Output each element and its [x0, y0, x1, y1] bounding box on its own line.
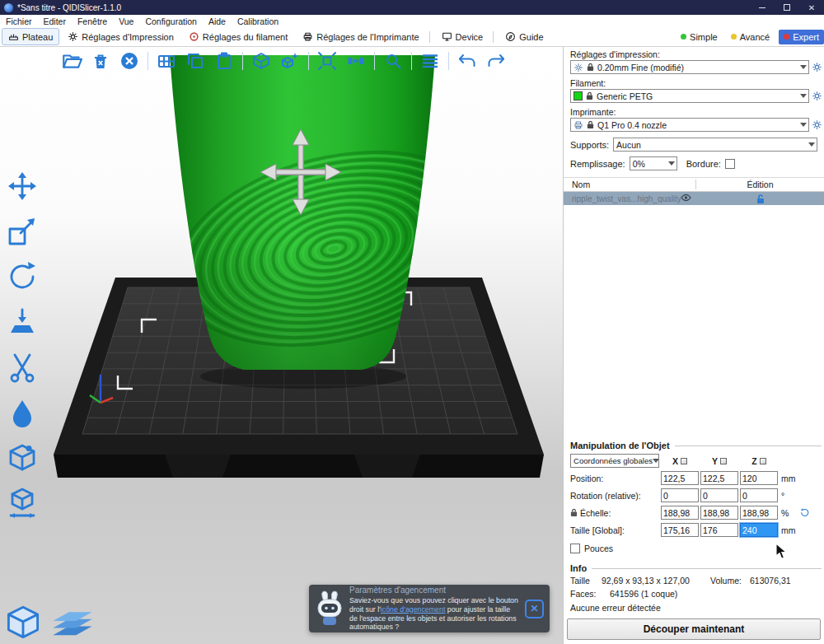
notification-close-button[interactable]: ✕: [525, 600, 544, 618]
assembly-view-button[interactable]: [249, 49, 274, 73]
fill-bed-button[interactable]: [315, 49, 339, 73]
rotation-x-input[interactable]: [661, 488, 699, 502]
filament-preset-value: Generic PETG: [597, 91, 653, 101]
object-row[interactable]: ripple_twist_vas...high_quality.STL: [564, 192, 824, 205]
paste-button[interactable]: [212, 49, 236, 73]
info-size-value: 92,69 x 93,13 x 127,00: [602, 576, 710, 586]
search-button[interactable]: [381, 49, 405, 73]
layers-lines-icon: [420, 51, 440, 71]
brim-checkbox[interactable]: [725, 159, 735, 169]
inches-label: Pouces: [584, 544, 613, 553]
minimize-button[interactable]: [750, 0, 775, 15]
tab-guide[interactable]: Guide: [499, 28, 550, 45]
editor-view-button[interactable]: [5, 604, 41, 644]
infill-combo[interactable]: 0%: [630, 156, 677, 170]
arrange-settings-link[interactable]: icône d'agencement: [381, 605, 445, 614]
delete-button[interactable]: [88, 49, 113, 73]
print-preset-combo[interactable]: 0.20mm Fine (modifié): [570, 60, 809, 74]
coordinates-select[interactable]: Coordonnées globales: [570, 454, 659, 468]
position-x-input[interactable]: [661, 471, 699, 485]
size-x-input[interactable]: [661, 523, 699, 537]
menu-calibration[interactable]: Calibration: [232, 16, 284, 26]
info-faces-label: Faces:: [570, 589, 610, 599]
info-size-label: Taille: [570, 576, 602, 586]
maximize-button[interactable]: [775, 0, 799, 15]
axis-cube-icon: [681, 458, 687, 464]
size-z-input[interactable]: [740, 523, 778, 537]
paint-support-tool-button[interactable]: [5, 395, 40, 430]
scale-x-input[interactable]: [661, 506, 699, 520]
rotation-y-input[interactable]: [700, 488, 738, 502]
slice-now-button[interactable]: Découper maintenant: [567, 618, 821, 640]
view-switcher: [5, 603, 96, 644]
notification-popup: Paramètres d'agencement Saviez-vous que …: [309, 585, 550, 632]
mode-expert[interactable]: Expert: [779, 30, 824, 44]
object-edit-lock-icon[interactable]: [697, 194, 824, 204]
open-file-button[interactable]: [59, 49, 84, 73]
menu-fichier[interactable]: Fichier: [0, 16, 38, 26]
manipulation-title: Manipulation de l'Objet: [564, 441, 824, 450]
infill-row: Remplissage: 0% Bordure:: [570, 156, 817, 170]
cut-tool-button[interactable]: [5, 350, 40, 385]
place-on-face-tool-button[interactable]: [5, 305, 40, 339]
measure-tool-button[interactable]: [5, 486, 40, 520]
seam-tool-button[interactable]: [5, 441, 40, 475]
brim-label: Bordure:: [686, 159, 721, 169]
window-title: *Sans titre - QIDISlicer-1.1.0: [17, 3, 121, 12]
menu-editer[interactable]: Editer: [38, 16, 72, 26]
menu-fenetre[interactable]: Fenêtre: [72, 16, 113, 26]
arrange-gap-button[interactable]: [344, 49, 368, 73]
object-list: Nom Édition ripple_twist_vas...high_qual…: [564, 177, 824, 205]
tab-plateau[interactable]: Plateau: [2, 28, 59, 45]
supports-combo[interactable]: Aucun: [613, 138, 817, 152]
printer-preset-value: Q1 Pro 0.4 nozzle: [597, 120, 667, 130]
avance-dot-icon: [731, 34, 737, 40]
edit-filament-preset-gear-icon[interactable]: [812, 91, 822, 101]
edit-print-preset-gear-icon[interactable]: [812, 62, 822, 72]
info-volume-value: 613076,31: [750, 576, 824, 586]
chevron-down-icon: [800, 94, 807, 98]
move-tool-button[interactable]: [5, 169, 40, 203]
3d-viewport[interactable]: Paramètres d'agencement Saviez-vous que …: [0, 47, 563, 644]
position-y-input[interactable]: [700, 471, 738, 485]
size-y-input[interactable]: [700, 523, 738, 537]
visibility-eye-icon[interactable]: [681, 194, 697, 203]
menu-aide[interactable]: Aide: [203, 16, 232, 26]
redo-button[interactable]: [484, 49, 508, 73]
scale-icon: [6, 215, 39, 248]
gear-icon: [68, 31, 78, 42]
printer-label: Imprimante:: [570, 107, 824, 117]
menu-vue[interactable]: Vue: [113, 16, 139, 26]
infill-value: 0%: [633, 159, 645, 169]
reset-scale-icon[interactable]: [799, 507, 810, 518]
tab-reglages-impression[interactable]: Réglages d'Impression: [61, 28, 180, 45]
menu-configuration[interactable]: Configuration: [139, 16, 202, 26]
split-object-button[interactable]: [278, 49, 302, 73]
inches-checkbox[interactable]: [570, 544, 580, 553]
edit-printer-preset-gear-icon[interactable]: [812, 119, 822, 130]
mode-simple[interactable]: Simple: [677, 30, 722, 44]
scale-z-input[interactable]: [740, 506, 778, 520]
rotate-tool-button[interactable]: [5, 259, 40, 294]
tab-device[interactable]: Device: [435, 28, 490, 45]
tab-reglages-imprimante[interactable]: Réglages de l'Imprimante: [296, 28, 425, 45]
delete-all-button[interactable]: [117, 49, 142, 73]
undo-button[interactable]: [455, 49, 480, 73]
filament-preset-combo[interactable]: Generic PETG: [570, 89, 809, 103]
scale-tool-button[interactable]: [5, 214, 40, 249]
variable-layer-height-button[interactable]: [418, 49, 442, 73]
rotation-z-input[interactable]: [740, 488, 778, 502]
cube-wand-icon: [280, 51, 300, 71]
arrange-plate-button[interactable]: [154, 49, 179, 73]
uniform-scale-lock-icon[interactable]: [570, 508, 578, 517]
position-z-input[interactable]: [740, 471, 778, 485]
preview-view-button[interactable]: [49, 603, 96, 644]
mode-avance[interactable]: Avancé: [727, 30, 775, 44]
scale-y-input[interactable]: [700, 506, 738, 520]
printer-preset-combo[interactable]: Q1 Pro 0.4 nozzle: [570, 118, 809, 132]
copy-button[interactable]: [183, 49, 208, 73]
device-icon: [442, 31, 452, 42]
tab-reglages-filament[interactable]: Réglages du filament: [182, 28, 294, 45]
printer-icon: [574, 120, 583, 130]
close-button[interactable]: ✕: [799, 0, 824, 15]
